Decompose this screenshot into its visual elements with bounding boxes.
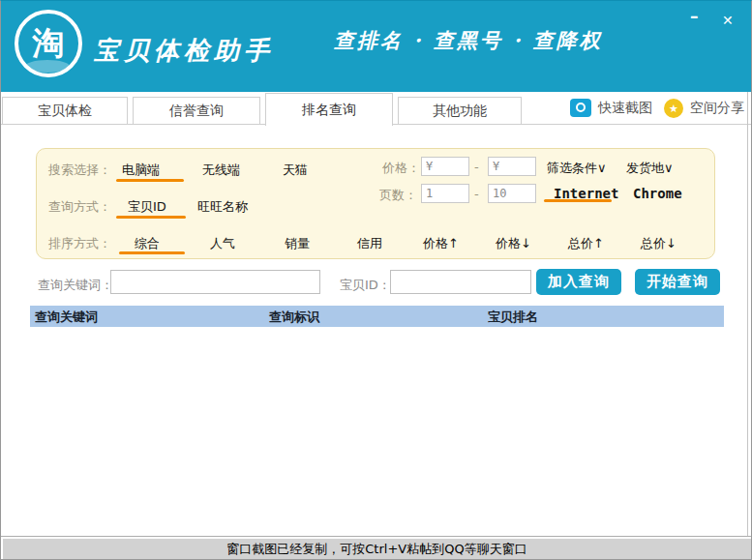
column-header-item-rank[interactable]: 宝贝排名: [488, 309, 538, 326]
status-bar: 窗口截图已经复制，可按Ctrl+V粘帖到QQ等聊天窗口: [3, 539, 751, 559]
sort-option-credit[interactable]: 信用: [357, 235, 382, 252]
item-id-label: 宝贝ID：: [340, 277, 391, 294]
tab-reputation-query[interactable]: 信誉查询: [133, 97, 260, 125]
sort-option-total-desc[interactable]: 总价↓: [641, 235, 677, 252]
search-options-panel: 搜索选择： 电脑端 无线端 天猫 价格： - 筛选条件∨ 发货地∨ 查询方式： …: [36, 148, 715, 259]
header-slogan: 查排名 · 查黑号 · 查降权: [334, 27, 603, 54]
status-text: 窗口截图已经复制，可按Ctrl+V粘帖到QQ等聊天窗口: [226, 541, 526, 558]
filter-conditions-dropdown[interactable]: 筛选条件∨: [547, 160, 607, 177]
app-title: 宝贝体检助手: [94, 34, 274, 68]
sort-method-label: 排序方式：: [48, 235, 111, 252]
close-button[interactable]: ✕: [722, 14, 734, 27]
selected-underline-item-id: [116, 216, 186, 219]
pages-dash: -: [474, 187, 479, 201]
sort-option-composite[interactable]: 综合: [135, 235, 160, 252]
tab-rank-query[interactable]: 排名查询: [265, 93, 393, 126]
option-wireless[interactable]: 无线端: [202, 162, 240, 179]
results-table-body[interactable]: [2, 327, 751, 536]
option-item-id[interactable]: 宝贝ID: [128, 198, 166, 216]
selected-underline-composite: [119, 251, 185, 254]
price-label: 价格：: [382, 160, 420, 177]
option-browser-chrome[interactable]: Chrome: [633, 186, 682, 201]
price-min-input[interactable]: [421, 157, 469, 176]
option-tmall[interactable]: 天猫: [283, 162, 308, 179]
item-id-input[interactable]: [390, 270, 531, 294]
sort-option-price-desc[interactable]: 价格↓: [496, 235, 531, 252]
app-window: 淘 宝贝体检助手 查排名 · 查黑号 · 查降权 – ✕ 宝贝体检 信誉查询 排…: [0, 0, 752, 560]
ship-from-dropdown[interactable]: 发货地∨: [626, 160, 674, 177]
query-method-label: 查询方式：: [48, 198, 111, 216]
option-pc[interactable]: 电脑端: [122, 162, 160, 179]
pages-to-input[interactable]: [488, 184, 536, 203]
taobao-logo-icon: 淘: [15, 10, 82, 77]
keyword-input[interactable]: [110, 270, 320, 294]
quick-screenshot-button[interactable]: 快速截图: [570, 99, 652, 117]
option-wangwang-name[interactable]: 旺旺名称: [197, 198, 248, 216]
space-share-label: 空间分享: [690, 100, 744, 117]
space-share-button[interactable]: ★ 空间分享: [664, 99, 744, 118]
sort-option-sales[interactable]: 销量: [285, 235, 310, 252]
column-header-query-id[interactable]: 查询标识: [269, 309, 319, 326]
tab-item-check[interactable]: 宝贝体检: [2, 97, 128, 125]
sort-option-popularity[interactable]: 人气: [210, 235, 235, 252]
column-header-keyword[interactable]: 查询关键词: [35, 309, 98, 326]
right-inner-border: [747, 92, 748, 536]
keyword-label: 查询关键词：: [38, 277, 113, 294]
logo-character: 淘: [33, 22, 65, 66]
price-dash: -: [474, 160, 479, 174]
sort-option-total-asc[interactable]: 总价↑: [568, 235, 604, 252]
price-max-input[interactable]: [488, 157, 536, 176]
pages-label: 页数：: [379, 187, 417, 204]
start-query-button[interactable]: 开始查询: [635, 269, 720, 295]
quick-screenshot-label: 快速截图: [598, 100, 652, 117]
sort-option-price-asc[interactable]: 价格↑: [423, 235, 459, 252]
minimize-button[interactable]: –: [690, 9, 699, 25]
search-select-label: 搜索选择：: [48, 162, 111, 179]
tab-other-functions[interactable]: 其他功能: [398, 97, 522, 125]
add-query-button[interactable]: 加入查询: [536, 269, 621, 295]
pages-from-input[interactable]: [421, 184, 469, 203]
results-table-header: 查询关键词 查询标识 宝贝排名: [30, 306, 724, 327]
star-icon: ★: [664, 99, 683, 118]
selected-underline-internet: [544, 199, 612, 202]
title-bar: 淘 宝贝体检助手 查排名 · 查黑号 · 查降权 – ✕: [1, 1, 751, 92]
camera-icon: [570, 99, 591, 117]
selected-underline-pc: [116, 179, 184, 182]
content-bottom-border: [1, 536, 752, 537]
